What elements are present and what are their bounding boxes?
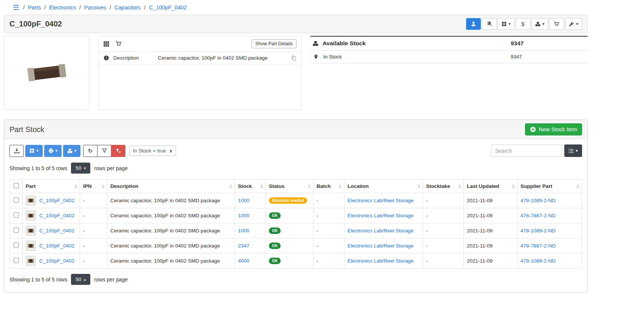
- column-header-description[interactable]: Description: [107, 180, 235, 193]
- printer-icon: [48, 148, 54, 154]
- sort-icon[interactable]: [260, 184, 263, 188]
- breadcrumb-separator: /: [44, 5, 46, 11]
- table-row: C_100pF_0402 - Ceramic capacitor, 100pF …: [10, 238, 582, 254]
- part-thumbnail: [26, 241, 36, 251]
- refresh-button[interactable]: ↻: [83, 145, 97, 157]
- status-badge: OK: [269, 258, 281, 264]
- stock-link[interactable]: 1000: [238, 213, 249, 218]
- column-header-batch[interactable]: Batch: [314, 180, 344, 193]
- filter-button-group: ↻: [83, 145, 125, 157]
- row-checkbox[interactable]: [14, 197, 19, 203]
- sort-icon[interactable]: [229, 184, 232, 188]
- column-header-part[interactable]: Part: [23, 180, 80, 193]
- column-header-last-updated[interactable]: Last Updated: [464, 180, 517, 193]
- part-image-panel[interactable]: [4, 36, 90, 110]
- show-part-details-button[interactable]: Show Part Details: [252, 39, 297, 48]
- stock-link[interactable]: 2347: [238, 243, 249, 249]
- cart-tab-icon[interactable]: [116, 41, 122, 47]
- location-link[interactable]: Electronics Lab/Reel Storage: [347, 213, 414, 218]
- subscribe-user-button[interactable]: [466, 18, 481, 30]
- part-details-toolbar: Show Part Details: [99, 36, 301, 52]
- sort-icon[interactable]: [339, 184, 342, 188]
- breadcrumb-link-current-part[interactable]: C_100pF_0402: [149, 5, 187, 11]
- column-header-location[interactable]: Location: [344, 180, 423, 193]
- location-link[interactable]: Electronics Lab/Reel Storage: [347, 228, 414, 234]
- print-dropdown-button[interactable]: ▾: [44, 145, 62, 157]
- part-thumbnail: [26, 211, 36, 221]
- sort-icon[interactable]: [458, 184, 461, 188]
- download-button[interactable]: [9, 145, 24, 157]
- grid-view-icon[interactable]: [103, 41, 109, 47]
- columns-dropdown-button[interactable]: ▾: [25, 145, 43, 157]
- sort-icon[interactable]: [417, 184, 420, 188]
- supplier-part-link[interactable]: 478-1089-2-ND: [520, 198, 556, 203]
- breadcrumb-link-electronics[interactable]: Electronics: [49, 5, 76, 11]
- stock-link[interactable]: 1000: [238, 198, 249, 203]
- row-checkbox[interactable]: [14, 212, 19, 218]
- grid-actions-dropdown-button[interactable]: ▾: [498, 18, 514, 30]
- pricing-button[interactable]: $: [516, 18, 530, 30]
- pagination-bottom: Showing 1 to 5 of 5 rows 50 ▴ rows per p…: [4, 269, 587, 286]
- breadcrumb-link-parts[interactable]: Parts: [28, 5, 41, 11]
- sort-icon[interactable]: [102, 184, 105, 188]
- last-updated-cell: 2021-11-09: [464, 254, 517, 269]
- breadcrumb-separator: /: [110, 5, 111, 11]
- column-header-ipn[interactable]: IPN: [80, 180, 107, 193]
- breadcrumb-link-passives[interactable]: Passives: [84, 5, 106, 11]
- stock-actions-dropdown-button[interactable]: ▾: [531, 18, 548, 30]
- available-stock-panel: Available Stock 9347 In Stock 9347: [310, 36, 588, 63]
- supplier-part-link[interactable]: 478-1089-2-ND: [520, 258, 556, 264]
- grid-icon: [29, 148, 34, 153]
- part-link[interactable]: C_100pF_0402: [39, 213, 74, 218]
- filter-button[interactable]: [97, 145, 111, 157]
- stock-table: Part IPN Description Stock Status Batch …: [9, 179, 582, 269]
- column-header-stock[interactable]: Stock: [235, 180, 266, 193]
- stock-link[interactable]: 4000: [238, 258, 249, 264]
- part-stock-section: Part Stock New Stock Item: [4, 120, 588, 293]
- stock-link[interactable]: 1000: [238, 228, 249, 234]
- sort-icon[interactable]: [512, 184, 515, 188]
- part-actions-dropdown-button[interactable]: ▾: [565, 18, 582, 30]
- column-header-status[interactable]: Status: [266, 180, 314, 193]
- page-size-dropdown-button[interactable]: 50 ▴: [71, 274, 90, 285]
- breadcrumb-link-capacitors[interactable]: Capacitors: [114, 5, 141, 11]
- view-mode-dropdown-button[interactable]: ▾: [564, 145, 582, 157]
- page-size-dropdown-button[interactable]: 50 ▾: [71, 163, 90, 174]
- location-link[interactable]: Electronics Lab/Reel Storage: [347, 198, 414, 203]
- search-input[interactable]: [491, 145, 562, 157]
- chevron-up-icon: ▴: [84, 278, 86, 281]
- column-header-stocktake[interactable]: Stocktake: [423, 180, 464, 193]
- bell-slash-icon: [486, 21, 492, 27]
- part-link[interactable]: C_100pF_0402: [39, 228, 74, 234]
- sort-icon[interactable]: [576, 184, 579, 188]
- part-link[interactable]: C_100pF_0402: [39, 198, 74, 203]
- supplier-part-link[interactable]: 478-7887-2-ND: [520, 213, 556, 218]
- filter-funnel-icon: [102, 148, 107, 153]
- supplier-part-link[interactable]: 478-7887-2-ND: [520, 243, 556, 249]
- column-header-supplier-part[interactable]: Supplier Part: [517, 180, 582, 193]
- page-size-value: 50: [76, 165, 81, 171]
- sort-icon[interactable]: [74, 184, 77, 188]
- hamburger-menu-icon[interactable]: ☰: [13, 4, 19, 11]
- row-checkbox[interactable]: [14, 243, 19, 248]
- part-link[interactable]: C_100pF_0402: [39, 258, 74, 264]
- table-row: C_100pF_0402 - Ceramic capacitor, 100pF …: [10, 223, 582, 238]
- toolbar-right: ▾: [491, 145, 582, 157]
- row-checkbox[interactable]: [14, 258, 19, 263]
- status-badge: Attention needed: [269, 197, 307, 204]
- remove-filter-icon[interactable]: x: [169, 148, 172, 154]
- dollar-icon: $: [522, 21, 525, 27]
- stock-options-dropdown-button[interactable]: ▾: [63, 145, 80, 157]
- row-checkbox[interactable]: [14, 228, 19, 233]
- new-stock-item-button[interactable]: New Stock Item: [525, 123, 582, 135]
- select-all-checkbox[interactable]: [14, 183, 19, 188]
- copy-icon[interactable]: [291, 55, 297, 61]
- notifications-off-button[interactable]: [482, 18, 497, 30]
- location-link[interactable]: Electronics Lab/Reel Storage: [347, 243, 414, 249]
- sort-icon[interactable]: [308, 184, 311, 188]
- part-link[interactable]: C_100pF_0402: [39, 243, 74, 249]
- clear-filters-button[interactable]: [111, 145, 125, 157]
- location-link[interactable]: Electronics Lab/Reel Storage: [347, 258, 414, 264]
- supplier-part-link[interactable]: 478-1089-2-ND: [520, 228, 556, 234]
- order-part-button[interactable]: [549, 18, 564, 30]
